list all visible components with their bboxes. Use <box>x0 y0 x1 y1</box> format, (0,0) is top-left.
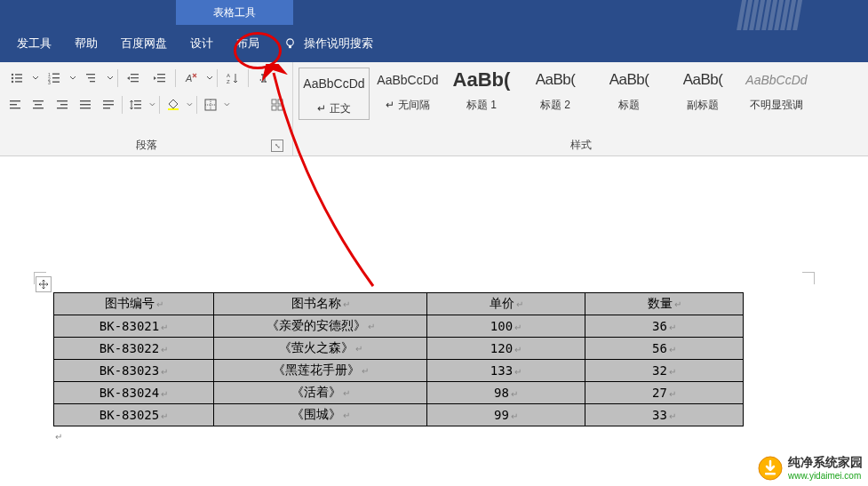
table-cell[interactable]: 32↵ <box>585 360 744 382</box>
borders-button[interactable] <box>201 94 220 116</box>
table-cell[interactable]: 33↵ <box>585 404 744 426</box>
show-marks-button[interactable] <box>252 68 275 89</box>
svg-rect-15 <box>88 77 95 78</box>
table-row[interactable]: BK-83021↵《亲爱的安德烈》↵100↵36↵ <box>54 315 744 338</box>
svg-rect-26 <box>10 100 20 101</box>
increase-indent-button[interactable] <box>148 68 171 89</box>
table-row[interactable]: BK-83024↵《活着》↵98↵27↵ <box>54 382 744 404</box>
lightbulb-icon <box>283 37 297 51</box>
table-row[interactable]: BK-83023↵《黑莲花手册》↵133↵32↵ <box>54 360 744 382</box>
table-cell[interactable]: 《亲爱的安德烈》↵ <box>214 315 427 338</box>
table-header-cell[interactable]: 图书编号↵ <box>54 293 214 315</box>
style-item-4[interactable]: AaBb(标题 <box>593 68 665 113</box>
tab-baidu-netdisk[interactable]: 百度网盘 <box>109 25 179 62</box>
table-cell[interactable]: BK-83022↵ <box>54 338 214 360</box>
svg-point-0 <box>287 38 294 45</box>
table-cell[interactable]: 《围城》↵ <box>214 404 427 426</box>
style-preview: AaBb( <box>520 68 591 92</box>
style-item-1[interactable]: AaBbCcDd↵ 无间隔 <box>372 68 443 113</box>
svg-text:3: 3 <box>48 80 51 85</box>
multilevel-list-button[interactable] <box>80 68 103 89</box>
table-row[interactable]: BK-83022↵《萤火之森》↵120↵56↵ <box>54 338 744 360</box>
chevron-down-icon[interactable] <box>187 101 193 108</box>
tab-design[interactable]: 设计 <box>179 25 225 62</box>
table-cell[interactable]: 36↵ <box>585 315 744 338</box>
chevron-down-icon[interactable] <box>69 75 76 82</box>
style-name-label: 标题 2 <box>520 98 591 113</box>
chevron-down-icon[interactable] <box>224 101 230 108</box>
table-row[interactable]: BK-83025↵《围城》↵99↵33↵ <box>54 404 744 426</box>
svg-rect-48 <box>272 100 276 104</box>
align-distribute-button[interactable] <box>99 94 118 116</box>
table-cell[interactable]: 《活着》↵ <box>214 382 427 404</box>
paragraph-group-label: 段落 <box>136 138 157 153</box>
line-spacing-button[interactable] <box>126 94 146 116</box>
table-cell[interactable]: 《黑莲花手册》↵ <box>214 360 427 382</box>
page-corner-icon <box>802 272 815 284</box>
clear-formatting-button[interactable]: A <box>179 68 203 89</box>
chevron-down-icon[interactable] <box>32 75 39 82</box>
paragraph-mark-icon: ↵ <box>55 432 62 442</box>
tab-help[interactable]: 帮助 <box>63 25 109 62</box>
shading-button[interactable] <box>163 94 183 116</box>
style-item-3[interactable]: AaBb(标题 2 <box>520 68 591 113</box>
ribbon-group-paragraph: 123 A AZ <box>0 62 293 155</box>
style-item-6[interactable]: AaBbCcDd不明显强调 <box>741 68 812 113</box>
table-header-cell[interactable]: 单价↵ <box>427 293 585 315</box>
table-cell[interactable]: 98↵ <box>427 382 585 404</box>
align-justify-button[interactable] <box>76 94 95 116</box>
table-cell[interactable]: 27↵ <box>585 382 744 404</box>
table-cell[interactable]: BK-83025↵ <box>54 404 214 426</box>
bullets-button[interactable] <box>5 68 28 89</box>
svg-rect-32 <box>57 100 68 101</box>
style-item-2[interactable]: AaBb(标题 1 <box>446 68 517 113</box>
table-cell[interactable]: 100↵ <box>427 315 585 338</box>
svg-rect-13 <box>52 82 60 83</box>
watermark-url: www.yidaimei.com <box>788 471 863 481</box>
svg-point-4 <box>12 77 13 79</box>
sort-button[interactable]: AZ <box>221 68 244 89</box>
align-center-button[interactable] <box>28 94 48 116</box>
snap-grid-button[interactable] <box>267 94 287 116</box>
numbering-button[interactable]: 123 <box>43 68 66 89</box>
tab-layout[interactable]: 布局 <box>225 25 271 62</box>
watermark: 纯净系统家园 www.yidaimei.com <box>758 455 863 481</box>
svg-rect-35 <box>80 100 91 101</box>
chevron-down-icon[interactable] <box>107 75 114 82</box>
svg-rect-49 <box>278 100 283 104</box>
data-table[interactable]: 图书编号↵图书名称↵单价↵数量↵ BK-83021↵《亲爱的安德烈》↵100↵3… <box>53 292 744 426</box>
svg-rect-40 <box>103 108 110 108</box>
table-cell[interactable]: BK-83023↵ <box>54 360 214 382</box>
svg-rect-22 <box>157 81 165 82</box>
tell-me-search[interactable]: 操作说明搜索 <box>304 36 373 52</box>
chevron-down-icon[interactable] <box>206 75 213 82</box>
table-cell[interactable]: 133↵ <box>427 360 585 382</box>
svg-rect-9 <box>52 74 60 75</box>
table-cell[interactable]: 56↵ <box>585 338 744 360</box>
table-cell[interactable]: 99↵ <box>427 404 585 426</box>
table-cell[interactable]: BK-83024↵ <box>54 382 214 404</box>
tab-developer[interactable]: 发工具 <box>5 25 63 62</box>
align-right-button[interactable] <box>52 94 71 116</box>
chevron-down-icon[interactable] <box>149 101 155 108</box>
table-header-cell[interactable]: 数量↵ <box>585 293 744 315</box>
table-cell[interactable]: BK-83021↵ <box>54 315 214 338</box>
table-move-handle[interactable] <box>36 276 52 292</box>
table-cell[interactable]: 120↵ <box>427 338 585 360</box>
document-area[interactable]: 图书编号↵图书名称↵单价↵数量↵ BK-83021↵《亲爱的安德烈》↵100↵3… <box>0 156 868 486</box>
svg-rect-36 <box>80 104 91 105</box>
align-left-button[interactable] <box>5 94 25 116</box>
decrease-indent-button[interactable] <box>122 68 145 89</box>
style-item-0[interactable]: AaBbCcDd↵ 正文 <box>299 68 370 120</box>
style-name-label: ↵ 正文 <box>299 101 369 116</box>
table-cell[interactable]: 《萤火之森》↵ <box>214 338 427 360</box>
style-preview: AaBbCcDd <box>299 71 369 96</box>
ribbon: 123 A AZ <box>0 62 868 156</box>
paragraph-dialog-launcher[interactable]: ⤡ <box>271 139 283 152</box>
style-item-5[interactable]: AaBb(副标题 <box>667 68 738 113</box>
style-name-label: 标题 <box>593 98 665 113</box>
svg-rect-27 <box>10 104 17 105</box>
svg-rect-17 <box>131 74 139 75</box>
table-header-cell[interactable]: 图书名称↵ <box>214 293 427 315</box>
svg-rect-38 <box>103 100 114 101</box>
